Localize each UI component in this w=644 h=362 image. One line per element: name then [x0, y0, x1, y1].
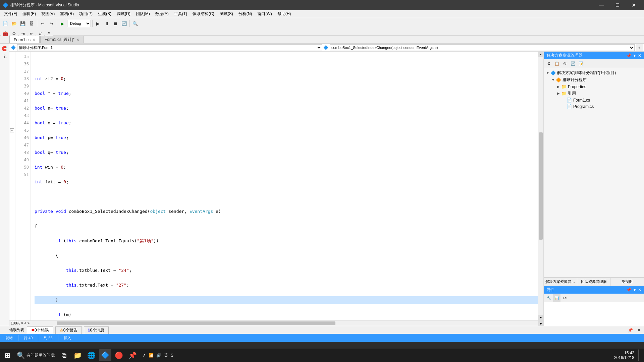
restart-btn[interactable]: 🔄: [120, 19, 128, 27]
close-panel-icon[interactable]: ✕: [638, 53, 641, 58]
minimize-button[interactable]: —: [594, 0, 609, 10]
se-properties-btn[interactable]: ⚙: [545, 60, 552, 67]
se-show-files-btn[interactable]: 📋: [553, 60, 560, 67]
search-button[interactable]: 🔍 有问题尽管问我: [15, 349, 57, 361]
menu-window[interactable]: 窗口(W): [255, 10, 274, 18]
undock-icon[interactable]: ▼: [633, 53, 637, 58]
redo-btn[interactable]: ↪: [47, 19, 55, 27]
vscroll-up[interactable]: ▲: [538, 52, 543, 57]
start-button[interactable]: ⊞: [1, 349, 13, 361]
rp-tab-team[interactable]: 团队资源管理器: [577, 278, 611, 286]
se-collapse-btn[interactable]: ⊖: [561, 60, 569, 67]
extra-btn[interactable]: 📌: [126, 349, 139, 361]
rp-tab-solution[interactable]: 解决方案资源管…: [544, 278, 577, 286]
error-tab-warnings[interactable]: ⚠ 0个警告: [55, 326, 82, 334]
hscroll-right[interactable]: ▶: [538, 321, 543, 326]
pin-icon[interactable]: 📌: [626, 53, 631, 58]
volume-icon[interactable]: 🔊: [156, 353, 161, 358]
network-icon[interactable]: 📶: [149, 353, 154, 358]
tree-solution[interactable]: ▼ 🔷 解决方案'排球计分程序'(1个项目): [544, 69, 644, 76]
vs-taskbar-btn[interactable]: 🔷: [99, 349, 111, 361]
menu-help[interactable]: 帮助(H): [275, 10, 294, 18]
tree-form1cs[interactable]: 📄 Form1.cs: [544, 97, 644, 103]
collapse-marker-1[interactable]: −: [10, 128, 14, 132]
tree-project[interactable]: ▼ 🔶 排球计分程序: [544, 76, 644, 83]
tab-form1cs[interactable]: Form1.cs ✕: [9, 36, 40, 43]
props-btn-1[interactable]: 🔧: [545, 294, 552, 302]
taskbar-clock[interactable]: 15:42 2016/12/18: [614, 351, 637, 360]
bottom-close-btn[interactable]: ✕: [635, 326, 643, 334]
method-select[interactable]: comboBox1_SelectedIndexChanged(object se…: [330, 44, 635, 51]
debug-config-select[interactable]: Debug Release: [67, 20, 91, 27]
ime-s-icon[interactable]: S: [171, 353, 173, 358]
tab-form1cs-design[interactable]: Form1.cs [设计]* ✕: [40, 36, 84, 43]
expand-pane-btn[interactable]: +: [636, 44, 643, 51]
tree-references[interactable]: ▶ 📁 引用: [544, 90, 644, 97]
search-btn[interactable]: 🔍: [131, 19, 139, 27]
error-tab-messages[interactable]: ℹ 0个消息: [84, 326, 109, 334]
code-vertical-scrollbar[interactable]: ▲ ▼: [538, 52, 543, 320]
toolbox-sidebar-icon[interactable]: 🧲: [1, 45, 8, 52]
statusbar: 就绪 行 49 列 56 插入: [0, 334, 644, 342]
save-all-btn[interactable]: 🗄: [28, 19, 36, 27]
props-undock-icon[interactable]: ▼: [633, 288, 637, 292]
class-select[interactable]: 排球计分程序.Form1: [17, 44, 322, 51]
menu-architecture[interactable]: 体系结构(C): [190, 10, 217, 18]
menu-refactor[interactable]: 重构(R): [57, 10, 76, 18]
edge-btn[interactable]: 🌐: [85, 349, 98, 361]
menu-view[interactable]: 视图(V): [39, 10, 57, 18]
toolbox-btn[interactable]: 🧰: [1, 29, 9, 38]
close-button[interactable]: ✕: [626, 0, 641, 10]
new-project-btn[interactable]: 📄: [1, 19, 9, 27]
stop-btn[interactable]: ⏹: [111, 19, 119, 27]
properties-label: Properties: [568, 84, 586, 89]
run-btn[interactable]: ▶: [58, 19, 66, 27]
menu-analyze[interactable]: 分析(N): [236, 10, 255, 18]
se-new-solution-btn[interactable]: 📝: [577, 60, 585, 67]
menu-debug[interactable]: 调试(D): [114, 10, 133, 18]
maximize-button[interactable]: □: [610, 0, 625, 10]
menu-team[interactable]: 团队(M): [133, 10, 153, 18]
menu-data[interactable]: 数据(A): [153, 10, 171, 18]
tree-programcs[interactable]: 📄 Program.cs: [544, 103, 644, 110]
menu-file[interactable]: 文件(F): [1, 10, 20, 18]
tab-form1cs-close[interactable]: ✕: [33, 38, 35, 42]
tree-expand-references[interactable]: ▶: [556, 92, 561, 95]
props-pin-icon[interactable]: 📌: [626, 288, 631, 292]
tree-expand-properties[interactable]: ▶: [556, 85, 561, 88]
tab-form1cs-design-close[interactable]: ✕: [76, 38, 79, 42]
vscroll-thumb[interactable]: [539, 132, 543, 240]
undo-btn[interactable]: ↩: [39, 19, 47, 27]
tree-properties[interactable]: ▶ 📁 Properties: [544, 83, 644, 90]
open-btn[interactable]: 📂: [10, 19, 18, 27]
rp-tab-class[interactable]: 类视图: [610, 278, 644, 286]
tray-up-arrow[interactable]: ∧: [143, 353, 146, 358]
hscroll-thumb[interactable]: [57, 321, 335, 325]
menu-project[interactable]: 项目(P): [76, 10, 95, 18]
task-view-btn[interactable]: ⧉: [58, 349, 70, 361]
bottom-pin-btn[interactable]: 📌: [627, 326, 634, 334]
code-horizontal-scrollbar[interactable]: [31, 321, 538, 326]
show-desktop-btn[interactable]: [638, 349, 643, 361]
start-debug-btn[interactable]: ▶: [94, 19, 102, 27]
ime-icon[interactable]: 英: [164, 353, 168, 358]
menu-test[interactable]: 测试(S): [217, 10, 236, 18]
server-explorer-icon[interactable]: 🖧: [1, 53, 8, 60]
props-btn-3[interactable]: 🗂: [561, 294, 569, 302]
tree-expand-project[interactable]: ▼: [550, 78, 556, 82]
code-content[interactable]: int zf2 = 0; bool m = true; bool n= true…: [31, 52, 538, 320]
code-editor[interactable]: − 35 36: [9, 52, 543, 326]
chrome-btn[interactable]: 🔴: [113, 349, 125, 361]
menu-edit[interactable]: 编辑(E): [20, 10, 39, 18]
props-btn-2[interactable]: 📊: [553, 294, 560, 302]
menu-tools[interactable]: 工具(T): [171, 10, 190, 18]
se-refresh-btn[interactable]: 🔄: [569, 60, 577, 67]
vscroll-down[interactable]: ▼: [538, 315, 543, 320]
file-explorer-btn[interactable]: 📁: [71, 349, 84, 361]
menu-build[interactable]: 生成(B): [95, 10, 114, 18]
save-btn[interactable]: 💾: [19, 19, 27, 27]
tree-expand-solution[interactable]: ▼: [545, 71, 550, 75]
error-tab-errors[interactable]: ✖ 0个错误: [27, 326, 53, 334]
props-close-icon[interactable]: ✕: [638, 288, 641, 292]
break-all-btn[interactable]: ⏸: [103, 19, 111, 27]
